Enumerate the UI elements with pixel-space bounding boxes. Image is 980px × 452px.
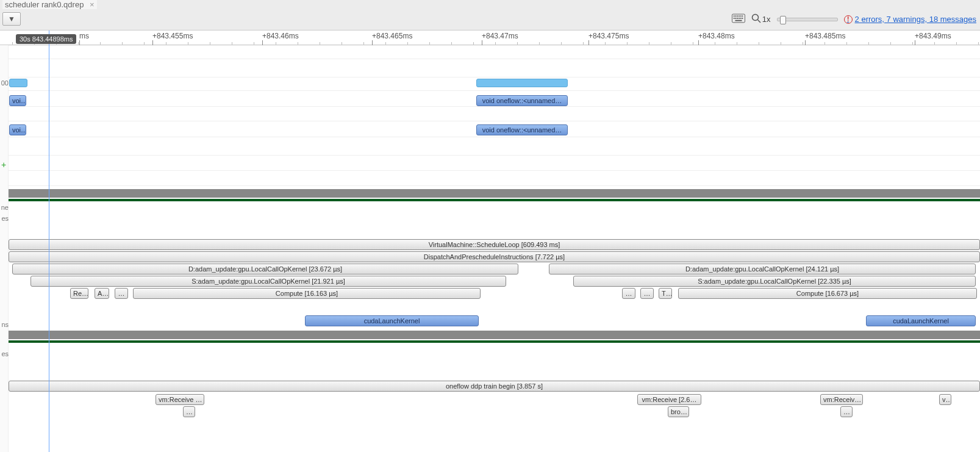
zoom-level: 1x	[762, 15, 771, 24]
event-block[interactable]: …	[640, 288, 654, 299]
ruler-tick: +843.465ms	[372, 30, 412, 45]
ruler-tick: +843.455ms	[152, 30, 193, 45]
svg-rect-4	[739, 15, 740, 16]
track-separator	[9, 189, 980, 198]
ruler-tick: +843.485ms	[805, 30, 845, 45]
ruler-tick: +843.48ms	[698, 30, 735, 45]
keyboard-icon[interactable]	[732, 13, 745, 25]
event-block[interactable]: D:adam_update:gpu.LocalCallOpKernel [23.…	[12, 264, 518, 274]
event-block[interactable]: A…	[95, 288, 109, 299]
svg-rect-11	[740, 18, 742, 19]
zoom-slider-thumb[interactable]	[780, 16, 786, 24]
event-block[interactable]: voi…	[9, 124, 26, 135]
event-block[interactable]: void oneflow::<unnamed…	[476, 95, 568, 106]
event-block[interactable]: D:adam_update:gpu.LocalCallOpKernel [24.…	[549, 264, 976, 274]
ruler-trailing-label: ms	[79, 30, 89, 45]
svg-rect-2	[735, 15, 736, 16]
errors-warnings-link[interactable]: ! 2 errors, 7 warnings, 18 messages	[844, 15, 976, 24]
svg-rect-8	[735, 18, 736, 19]
expand-icon[interactable]: +	[1, 160, 6, 170]
svg-line-15	[757, 20, 760, 23]
row-label-gutter: 00 ne es ns es	[0, 45, 9, 452]
time-cursor[interactable]	[49, 30, 49, 452]
ruler-tick: +843.475ms	[588, 30, 629, 45]
event-block[interactable]: …	[622, 288, 635, 299]
event-block[interactable]: bro…	[668, 406, 689, 417]
time-cursor-tooltip: 30s 843.44898ms	[16, 34, 76, 44]
svg-point-14	[752, 15, 758, 21]
track-separator	[9, 331, 980, 339]
event-block[interactable]: VirtualMachine::ScheduleLoop [609.493 ms…	[9, 239, 980, 250]
event-block[interactable]: cudaLaunchKernel	[305, 315, 479, 326]
document-tab[interactable]: scheduler rank0.qdrep ×	[2, 0, 97, 9]
event-block[interactable]: oneflow ddp train begin [3.857 s]	[9, 381, 980, 392]
svg-rect-6	[742, 15, 743, 16]
ruler-tick: +843.49ms	[915, 30, 951, 45]
event-block[interactable]: vm:Receiv…	[820, 394, 863, 405]
svg-rect-9	[737, 18, 738, 19]
svg-rect-1	[734, 15, 735, 16]
event-block[interactable]: v…	[939, 394, 951, 405]
toolbar: ▼ 1x ! 2 errors, 7 warnings, 18 messages	[0, 11, 980, 30]
tab-title: scheduler rank0.qdrep	[5, 0, 84, 9]
event-block[interactable]: DispatchAndPrescheduleInstructions [7.72…	[9, 251, 980, 262]
magnifier-icon[interactable]	[751, 13, 761, 25]
event-block[interactable]: S:adam_update:gpu.LocalCallOpKernel [22.…	[573, 276, 976, 287]
event-block[interactable]: void oneflow::<unnamed…	[476, 124, 568, 135]
track-marker	[9, 340, 980, 343]
svg-rect-13	[735, 20, 742, 21]
event-block[interactable]	[9, 79, 27, 87]
event-block[interactable]: vm:Receive …	[156, 394, 204, 405]
svg-rect-3	[737, 15, 738, 16]
event-block[interactable]: Re…	[70, 288, 88, 299]
svg-rect-10	[739, 18, 740, 19]
event-block[interactable]: T…	[659, 288, 672, 299]
event-block[interactable]: …	[840, 406, 853, 417]
track-marker	[9, 199, 980, 201]
time-ruler[interactable]: ms +843.455ms+843.46ms+843.465ms+843.47m…	[0, 30, 980, 45]
event-block[interactable]: voi…	[9, 95, 26, 106]
zoom-group: 1x	[751, 13, 771, 25]
event-block[interactable]: vm:Receive [2.6…	[637, 394, 701, 405]
svg-rect-5	[740, 15, 742, 16]
svg-rect-7	[734, 18, 735, 19]
event-block[interactable]: Compute [16.163 µs]	[133, 288, 481, 299]
tab-strip: scheduler rank0.qdrep ×	[0, 0, 980, 11]
error-icon: !	[844, 15, 853, 24]
timeline-body[interactable]: 00 ne es ns es + voi… void oneflow::<unn…	[0, 45, 980, 452]
ruler-tick: +843.47ms	[482, 30, 518, 45]
event-block[interactable]	[476, 79, 568, 87]
event-block[interactable]: cudaLaunchKernel	[866, 315, 976, 326]
view-dropdown[interactable]: ▼	[2, 12, 21, 26]
event-block[interactable]: Compute [16.673 µs]	[678, 288, 977, 299]
event-block[interactable]: …	[183, 406, 195, 417]
zoom-slider[interactable]	[777, 18, 838, 21]
event-block[interactable]: …	[115, 288, 128, 299]
svg-rect-12	[742, 18, 743, 19]
close-icon[interactable]: ×	[90, 0, 95, 9]
ruler-tick: +843.46ms	[262, 30, 299, 45]
event-block[interactable]: S:adam_update:gpu.LocalCallOpKernel [21.…	[30, 276, 506, 287]
